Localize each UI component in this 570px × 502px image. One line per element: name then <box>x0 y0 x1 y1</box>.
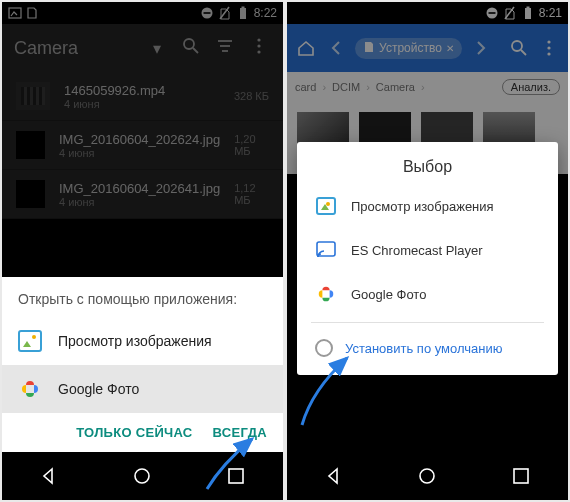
google-photos-icon <box>18 377 42 401</box>
option-label: Google Фото <box>351 287 426 302</box>
set-default-label: Установить по умолчанию <box>345 341 502 356</box>
chooser-dialog: Выбор Просмотр изображения ES Chromecast… <box>297 142 558 375</box>
back-nav-icon[interactable] <box>38 465 60 487</box>
recents-nav-icon[interactable] <box>510 465 532 487</box>
chooser-option[interactable]: ES Chromecast Player <box>297 228 558 272</box>
home-nav-icon[interactable] <box>416 465 438 487</box>
just-once-button[interactable]: ТОЛЬКО СЕЙЧАС <box>76 425 192 440</box>
home-nav-icon[interactable] <box>131 465 153 487</box>
gallery-icon <box>18 329 42 353</box>
chromecast-icon <box>315 239 337 261</box>
open-with-sheet: Открыть с помощью приложения: Просмотр и… <box>2 277 283 452</box>
set-default-row[interactable]: Установить по умолчанию <box>297 329 558 367</box>
svg-rect-14 <box>229 469 243 483</box>
open-with-option[interactable]: Просмотр изображения <box>2 317 283 365</box>
dialog-title: Выбор <box>297 142 558 184</box>
back-nav-icon[interactable] <box>323 465 345 487</box>
svg-rect-26 <box>514 469 528 483</box>
gallery-icon <box>315 195 337 217</box>
chooser-option[interactable]: Просмотр изображения <box>297 184 558 228</box>
left-phone: 8:22 Camera ▾ 1465059926.mp4 4 июня 328 … <box>2 2 283 500</box>
google-photos-icon <box>315 283 337 305</box>
radio-unchecked-icon[interactable] <box>315 339 333 357</box>
option-label: ES Chromecast Player <box>351 243 483 258</box>
open-with-option[interactable]: Google Фото <box>2 365 283 413</box>
option-label: Просмотр изображения <box>58 333 212 349</box>
svg-point-25 <box>420 469 434 483</box>
recents-nav-icon[interactable] <box>225 465 247 487</box>
sheet-actions: ТОЛЬКО СЕЙЧАС ВСЕГДА <box>2 413 283 452</box>
option-label: Google Фото <box>58 381 139 397</box>
sheet-title: Открыть с помощью приложения: <box>2 277 283 317</box>
chooser-option[interactable]: Google Фото <box>297 272 558 316</box>
nav-bar <box>287 452 568 500</box>
always-button[interactable]: ВСЕГДА <box>213 425 267 440</box>
svg-point-13 <box>135 469 149 483</box>
divider <box>311 322 544 323</box>
option-label: Просмотр изображения <box>351 199 494 214</box>
nav-bar <box>2 452 283 500</box>
right-phone: 8:21 Устройство ✕ card › DCIM › Camera ›… <box>287 2 568 500</box>
